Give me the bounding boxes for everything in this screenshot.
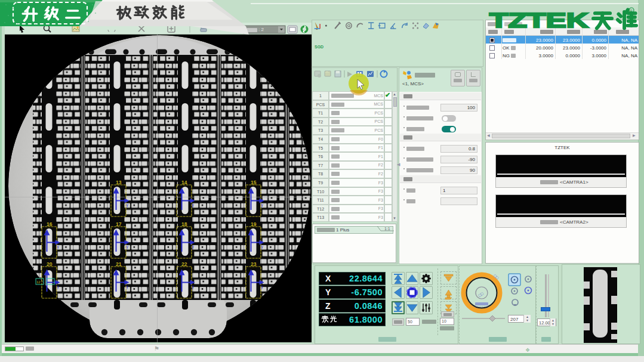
svg-text:17: 17 xyxy=(116,221,122,227)
svg-text:1:1: 1:1 xyxy=(384,227,390,231)
svg-text:TZTEK: TZTEK xyxy=(489,8,588,32)
svg-text:13: 13 xyxy=(116,180,122,185)
svg-text:23: 23 xyxy=(251,261,257,267)
svg-text:19: 19 xyxy=(251,221,257,227)
svg-text:18: 18 xyxy=(181,221,187,227)
svg-text:16: 16 xyxy=(47,221,53,227)
svg-text:22: 22 xyxy=(181,261,187,267)
svg-text:□□: □□ xyxy=(477,291,485,298)
svg-text:20: 20 xyxy=(47,261,53,267)
svg-text:21: 21 xyxy=(116,261,122,267)
svg-text:15: 15 xyxy=(251,180,257,185)
svg-text:12: 12 xyxy=(36,280,41,284)
svg-text:R: R xyxy=(630,9,633,13)
svg-text:14: 14 xyxy=(181,180,187,185)
